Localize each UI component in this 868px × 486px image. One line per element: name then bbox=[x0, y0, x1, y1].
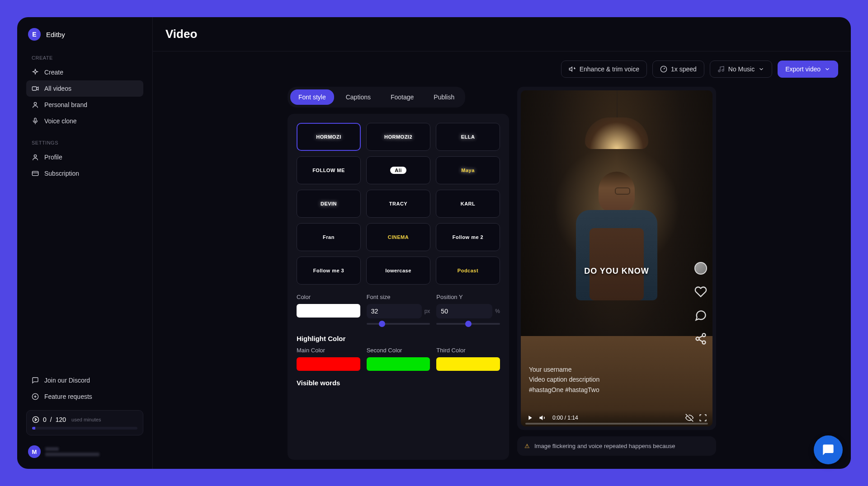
style-label: Ali bbox=[390, 167, 406, 174]
style-label: FOLLOW ME bbox=[312, 168, 345, 173]
export-button[interactable]: Export video bbox=[778, 61, 838, 78]
svg-point-3 bbox=[34, 155, 36, 157]
tab-font-style[interactable]: Font style bbox=[290, 89, 334, 105]
usage-used: 0 bbox=[43, 416, 47, 423]
sidebar-item-personal-brand[interactable]: Personal brand bbox=[26, 97, 143, 113]
comment-icon[interactable] bbox=[694, 309, 707, 322]
style-label: HORMOZI bbox=[316, 134, 341, 140]
sidebar-item-discord[interactable]: Join our Discord bbox=[26, 372, 143, 388]
posy-slider[interactable] bbox=[436, 323, 500, 325]
style-label: DEVIN bbox=[321, 201, 337, 206]
sidebar-item-voice-clone[interactable]: Voice clone bbox=[26, 113, 143, 129]
svg-rect-0 bbox=[32, 87, 36, 90]
style-card[interactable]: ELLA bbox=[436, 123, 500, 151]
play-icon[interactable] bbox=[526, 414, 533, 421]
chevron-down-icon bbox=[758, 66, 764, 72]
heart-icon[interactable] bbox=[694, 285, 707, 298]
svg-point-9 bbox=[703, 341, 706, 344]
warning-box: ⚠ Image flickering and voice repeated ha… bbox=[517, 436, 716, 456]
usage-label: used minutes bbox=[71, 417, 101, 422]
color-label: Color bbox=[297, 294, 360, 300]
warning-text: Image flickering and voice repeated happ… bbox=[534, 443, 675, 449]
warning-icon: ⚠ bbox=[524, 443, 530, 449]
style-card[interactable]: HORMOZI bbox=[297, 123, 361, 151]
style-label: CINEMA bbox=[388, 234, 409, 240]
svg-point-7 bbox=[703, 333, 706, 336]
svg-rect-4 bbox=[32, 171, 38, 175]
style-card[interactable]: Podcast bbox=[436, 257, 500, 285]
chevron-down-icon bbox=[824, 66, 830, 72]
style-card[interactable]: Fran bbox=[297, 223, 361, 251]
font-size-input[interactable] bbox=[367, 304, 422, 318]
style-card[interactable]: lowercase bbox=[366, 257, 430, 285]
sidebar-section-settings: SETTINGS bbox=[26, 140, 143, 145]
style-card[interactable]: Follow me 3 bbox=[297, 257, 361, 285]
volume-icon[interactable] bbox=[539, 414, 547, 422]
style-card[interactable]: CINEMA bbox=[366, 223, 430, 251]
overlay-description: Video caption description bbox=[529, 374, 599, 384]
style-card[interactable]: Follow me 2 bbox=[436, 223, 500, 251]
sidebar-item-label: All videos bbox=[44, 85, 71, 92]
video-scrubber[interactable] bbox=[525, 423, 708, 425]
tab-publish[interactable]: Publish bbox=[425, 89, 462, 105]
font-size-label: Font size bbox=[367, 294, 430, 300]
music-button[interactable]: No Music bbox=[710, 61, 772, 78]
font-size-slider[interactable] bbox=[367, 323, 430, 325]
style-label: lowercase bbox=[385, 268, 411, 273]
user-row[interactable]: M bbox=[26, 444, 143, 460]
style-label: Fran bbox=[323, 234, 335, 240]
fullscreen-icon[interactable] bbox=[699, 414, 707, 422]
chat-fab[interactable] bbox=[814, 435, 843, 464]
style-label: Follow me 3 bbox=[313, 268, 344, 273]
share-icon[interactable] bbox=[694, 332, 707, 345]
tab-footage[interactable]: Footage bbox=[382, 89, 422, 105]
sidebar-item-label: Voice clone bbox=[44, 117, 77, 125]
enhance-button[interactable]: Enhance & trim voice bbox=[561, 61, 647, 78]
brand-name: Editby bbox=[46, 31, 65, 38]
avatar-icon[interactable] bbox=[694, 262, 707, 275]
brand-badge: E bbox=[28, 28, 41, 41]
sidebar-item-label: Join our Discord bbox=[44, 377, 90, 384]
style-label: Podcast bbox=[458, 268, 478, 273]
speed-button[interactable]: 1x speed bbox=[652, 61, 704, 78]
style-card[interactable]: DEVIN bbox=[297, 190, 361, 218]
color-swatch[interactable] bbox=[297, 304, 360, 318]
font-style-panel: HORMOZIHORMOZI2ELLAFOLLOW MEAliMayaDEVIN… bbox=[288, 114, 509, 460]
posy-input[interactable] bbox=[436, 304, 492, 318]
brand[interactable]: E Editby bbox=[26, 26, 143, 42]
style-label: TRACY bbox=[389, 201, 407, 206]
sparkle-icon bbox=[32, 69, 39, 76]
style-card[interactable]: HORMOZI2 bbox=[366, 123, 430, 151]
sidebar-item-all-videos[interactable]: All videos bbox=[26, 80, 143, 97]
style-card[interactable]: KARL bbox=[436, 190, 500, 218]
sidebar-item-subscription[interactable]: Subscription bbox=[26, 165, 143, 182]
visible-words-title: Visible words bbox=[297, 379, 500, 387]
third-color-label: Third Color bbox=[436, 347, 500, 354]
usage-box: 0 / 120 used minutes bbox=[26, 410, 143, 435]
video-caption-text: DO YOU KNOW bbox=[521, 266, 712, 276]
style-card[interactable]: FOLLOW ME bbox=[297, 156, 361, 184]
user-icon bbox=[32, 154, 39, 161]
sidebar-item-label: Personal brand bbox=[44, 101, 87, 108]
style-card[interactable]: TRACY bbox=[366, 190, 430, 218]
video-time: 0:00 / 1:14 bbox=[552, 415, 578, 421]
sidebar-item-feature[interactable]: Feature requests bbox=[26, 388, 143, 405]
usage-total: 120 bbox=[56, 416, 66, 423]
video-preview: DO YOU KNOW Your username Video caption … bbox=[517, 87, 716, 430]
sidebar-item-create[interactable]: Create bbox=[26, 64, 143, 80]
style-card[interactable]: Ali bbox=[366, 156, 430, 184]
third-color-swatch[interactable] bbox=[436, 357, 500, 371]
sidebar-item-label: Feature requests bbox=[44, 393, 92, 400]
main-color-swatch[interactable] bbox=[297, 357, 360, 371]
second-color-swatch[interactable] bbox=[367, 357, 430, 371]
video-frame[interactable]: DO YOU KNOW Your username Video caption … bbox=[521, 90, 712, 426]
style-card[interactable]: Maya bbox=[436, 156, 500, 184]
eye-off-icon[interactable] bbox=[685, 414, 693, 422]
sidebar-item-profile[interactable]: Profile bbox=[26, 149, 143, 165]
style-label: ELLA bbox=[461, 134, 475, 140]
tab-captions[interactable]: Captions bbox=[338, 89, 379, 105]
button-label: Export video bbox=[785, 65, 821, 73]
style-label: KARL bbox=[461, 201, 476, 206]
svg-point-1 bbox=[34, 103, 36, 105]
style-grid: HORMOZIHORMOZI2ELLAFOLLOW MEAliMayaDEVIN… bbox=[297, 123, 500, 285]
